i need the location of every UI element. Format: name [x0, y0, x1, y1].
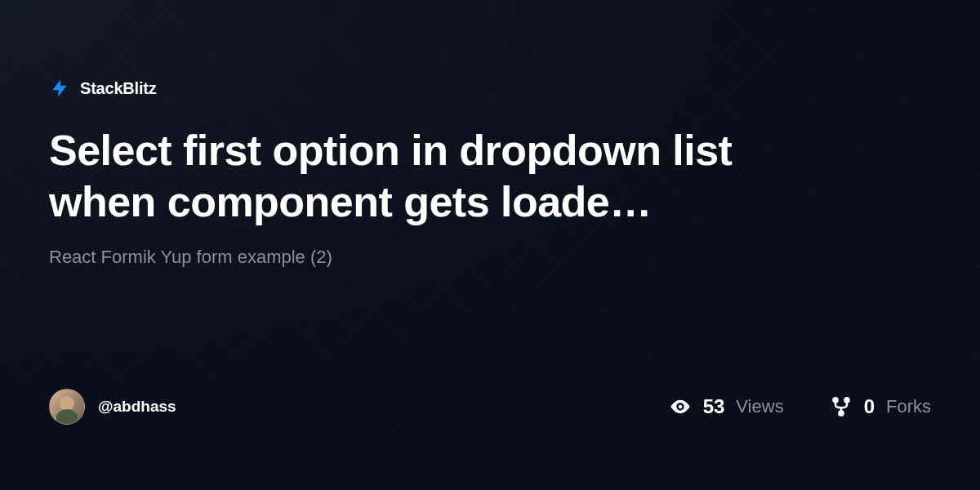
views-value: 53 [703, 395, 725, 418]
avatar [49, 389, 85, 425]
svg-point-1 [844, 398, 849, 402]
views-stat: 53 Views [669, 395, 784, 418]
project-subtitle: React Formik Yup form example (2) [49, 247, 931, 268]
author-username: @abdhass [98, 398, 176, 416]
forks-stat: 0 Forks [830, 395, 931, 418]
forks-value: 0 [864, 395, 875, 418]
forks-label: Forks [886, 396, 931, 417]
svg-point-2 [839, 412, 843, 416]
project-card: StackBlitz Select first option in dropdo… [49, 78, 931, 268]
svg-point-0 [833, 398, 837, 402]
author-block[interactable]: @abdhass [49, 389, 176, 425]
views-label: Views [736, 396, 783, 417]
fork-icon [830, 395, 853, 418]
project-title: Select first option in dropdown list whe… [49, 125, 800, 229]
brand-name: StackBlitz [80, 79, 157, 98]
eye-icon [669, 395, 692, 418]
footer-row: @abdhass 53 Views 0 Forks [49, 389, 931, 425]
stats-row: 53 Views 0 Forks [669, 395, 931, 418]
bolt-icon [49, 78, 70, 99]
brand-row: StackBlitz [49, 78, 931, 99]
